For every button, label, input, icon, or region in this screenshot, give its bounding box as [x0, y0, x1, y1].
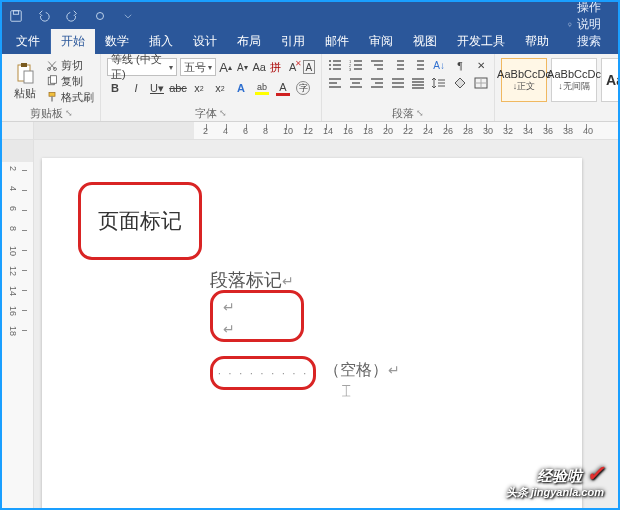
grow-font-button[interactable]: A▴ [219, 59, 233, 75]
document-area: 24681012141618 页面标记 段落标记↵ ↵ ↵ · · · · · … [2, 140, 618, 510]
copy-icon [46, 75, 58, 87]
paste-label: 粘贴 [14, 86, 36, 101]
svg-point-2 [97, 13, 104, 20]
svg-text:3: 3 [349, 67, 352, 71]
svg-point-20 [329, 68, 331, 70]
watermark: 经验啦 ✓ 头条 jingyanla.com [506, 462, 604, 498]
paragraph-mark-icon: ↵ [223, 299, 235, 315]
svg-rect-0 [11, 11, 22, 22]
clipboard-dialog-launcher-icon[interactable]: ⤡ [65, 108, 73, 118]
space-label: （空格）↵ [324, 360, 400, 381]
show-marks-button[interactable]: ¶ [453, 58, 468, 72]
qat-dropdown-icon[interactable] [120, 8, 136, 24]
svg-point-16 [329, 60, 331, 62]
paragraph-dialog-launcher-icon[interactable]: ⤡ [416, 108, 424, 118]
save-icon[interactable] [8, 8, 24, 24]
touch-mode-icon[interactable] [92, 8, 108, 24]
style-nospacing[interactable]: AaBbCcDc ↓无间隔 [551, 58, 597, 102]
font-color-button[interactable]: A [275, 80, 291, 96]
chevron-down-icon: ▾ [169, 63, 173, 72]
char-border-button[interactable]: A [303, 60, 315, 74]
tab-mailings[interactable]: 邮件 [315, 29, 359, 54]
align-right-button[interactable] [370, 76, 385, 90]
paragraph-mark-label: 段落标记↵ [210, 268, 294, 292]
clipboard-group-label: 剪贴板 [30, 106, 63, 121]
multilevel-list-button[interactable] [370, 58, 385, 72]
format-painter-label: 格式刷 [61, 90, 94, 105]
tab-references[interactable]: 引用 [271, 29, 315, 54]
strikethrough-button[interactable]: abc [170, 80, 186, 96]
font-size-combo[interactable]: 五号▾ [180, 58, 216, 76]
undo-icon[interactable] [36, 8, 52, 24]
paragraph-mark-icon: ↵ [282, 273, 294, 289]
cut-label: 剪切 [61, 58, 83, 73]
style-name: ↓无间隔 [558, 80, 590, 93]
vertical-ruler[interactable]: 24681012141618 [2, 140, 34, 510]
font-family-combo[interactable]: 等线 (中文正)▾ [107, 58, 177, 76]
paste-icon [13, 62, 37, 86]
redo-icon[interactable] [64, 8, 80, 24]
text-effects-button[interactable]: A [233, 80, 249, 96]
tab-insert[interactable]: 插入 [139, 29, 183, 54]
subscript-button[interactable]: x2 [191, 80, 207, 96]
tab-math[interactable]: 数学 [95, 29, 139, 54]
tab-home[interactable]: 开始 [51, 29, 95, 54]
paste-button[interactable]: 粘贴 [8, 58, 42, 105]
enclose-char-button[interactable]: 字 [296, 81, 310, 95]
underline-button[interactable]: U▾ [149, 80, 165, 96]
svg-rect-7 [24, 71, 33, 83]
callout-paragraph-marks: ↵ ↵ [210, 290, 304, 342]
highlight-button[interactable]: ab [254, 80, 270, 96]
format-painter-button[interactable]: 格式刷 [46, 90, 94, 105]
group-paragraph: 123 A↓ ¶ ✕ 段落⤡ [322, 54, 495, 121]
align-center-button[interactable] [349, 76, 364, 90]
bold-button[interactable]: B [107, 80, 123, 96]
callout-page-mark: 页面标记 [78, 182, 202, 260]
style-preview: AaBbCcDc [547, 68, 601, 80]
line-spacing-button[interactable] [432, 76, 447, 90]
copy-button[interactable]: 复制 [46, 74, 94, 89]
clear-formatting-button[interactable]: A✕ [286, 59, 300, 75]
style-preview: Aa [606, 72, 620, 88]
tell-me-search[interactable]: 操作说明搜索 [559, 0, 618, 54]
italic-button[interactable]: I [128, 80, 144, 96]
align-justify-button[interactable] [390, 76, 405, 90]
paragraph-group-label: 段落 [392, 106, 414, 121]
decrease-indent-button[interactable] [390, 58, 405, 72]
horizontal-ruler[interactable]: 246810121416182022242628303234363840 [2, 122, 618, 140]
tab-view[interactable]: 视图 [403, 29, 447, 54]
asian-layout-button[interactable]: ✕ [473, 58, 488, 72]
tab-layout[interactable]: 布局 [227, 29, 271, 54]
superscript-button[interactable]: x2 [212, 80, 228, 96]
bullets-button[interactable] [328, 58, 343, 72]
numbering-button[interactable]: 123 [349, 58, 364, 72]
svg-rect-6 [21, 63, 27, 67]
increase-indent-button[interactable] [411, 58, 426, 72]
shading-button[interactable] [453, 76, 468, 90]
chevron-down-icon: ▾ [208, 63, 212, 72]
tab-help[interactable]: 帮助 [515, 29, 559, 54]
page-canvas[interactable]: 页面标记 段落标记↵ ↵ ↵ · · · · · · · · · （空格）↵ ⌶ [34, 140, 618, 510]
font-family-value: 等线 (中文正) [111, 52, 169, 82]
align-distributed-button[interactable] [411, 76, 426, 90]
tab-file[interactable]: 文件 [6, 29, 51, 54]
page[interactable]: 页面标记 段落标记↵ ↵ ↵ · · · · · · · · · （空格）↵ ⌶ [42, 158, 582, 510]
group-styles: AaBbCcDc ↓正文 AaBbCcDc ↓无间隔 Aa [495, 54, 620, 121]
style-normal[interactable]: AaBbCcDc ↓正文 [501, 58, 547, 102]
paragraph-mark-icon: ↵ [388, 362, 400, 378]
group-font: 等线 (中文正)▾ 五号▾ A▴ A▾ Aa 拼 A✕ A B I U▾ abc… [101, 54, 322, 121]
sort-button[interactable]: A↓ [432, 58, 447, 72]
phonetic-guide-button[interactable]: 拼 [269, 59, 283, 75]
lightbulb-icon [567, 19, 573, 31]
tab-developer[interactable]: 开发工具 [447, 29, 515, 54]
shrink-font-button[interactable]: A▾ [235, 59, 249, 75]
cut-button[interactable]: 剪切 [46, 58, 94, 73]
style-heading1[interactable]: Aa [601, 58, 620, 102]
tab-design[interactable]: 设计 [183, 29, 227, 54]
font-dialog-launcher-icon[interactable]: ⤡ [219, 108, 227, 118]
align-left-button[interactable] [328, 76, 343, 90]
tab-review[interactable]: 审阅 [359, 29, 403, 54]
borders-button[interactable] [473, 76, 488, 90]
change-case-button[interactable]: Aa [252, 59, 266, 75]
check-icon: ✓ [586, 461, 604, 486]
